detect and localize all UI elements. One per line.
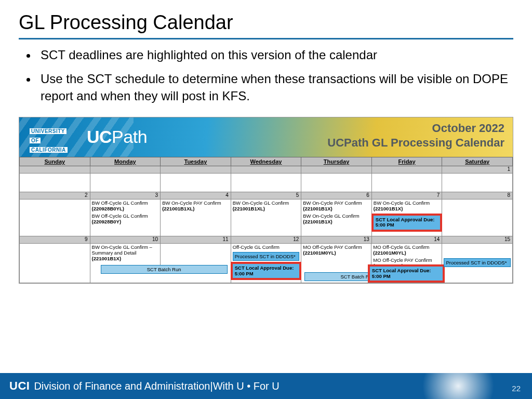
calendar-event: Off-Cycle GL Confirm [233,245,300,250]
date-number: 10 [90,236,161,244]
calendar-event: MO Off-Cycle GL Confirm (221001M0YL) [373,245,440,256]
sct-approval-due: SCT Local Approval Due: 5:00 PM [368,264,445,283]
calendar-banner: UNIVERSITY OF CALIFORNIA UCPath October … [19,117,513,157]
date-number: 1 [442,166,513,174]
calendar-event: BW On-Cycle GL Confirm (221001B1XL) [233,201,300,212]
date-number-row: 2 3 4 5 6 7 8 [20,192,513,200]
footer-tagline: With U • For U [213,380,280,392]
calendar-event: BW On-Cycle PAY Confirm (221001B1X) [303,201,370,212]
date-number-row: 1 [20,166,513,174]
date-number: 12 [231,236,301,244]
date-number: 13 [301,236,372,244]
weekday-header: Sunday [20,157,90,166]
calendar-event: BW On-Cycle GL Confirm (221001B1X) [303,214,370,225]
calendar-event: BW Off-Cycle GL Confirm (220928B0Y) [92,214,159,225]
date-number: 15 [442,236,513,244]
date-number: 11 [161,236,231,244]
date-number: 2 [20,192,90,200]
weekday-header-row: Sunday Monday Tuesday Wednesday Thursday… [20,157,513,166]
date-number: 9 [20,236,90,244]
weekday-header: Friday [371,157,442,166]
calendar-month: October 2022 [432,122,504,135]
calendar-event: MO Off-Cycle PAY Confirm (221001M0YL) [303,245,369,256]
calendar-event: BW On-Cycle GL Confirm – Summary and Det… [92,245,158,262]
weekday-header: Wednesday [231,157,301,166]
date-number: 4 [161,192,231,200]
date-number: 8 [442,192,513,200]
uc-logo-line: CALIFORNIA [30,147,68,153]
date-number [231,166,301,174]
footer-division: Division of Finance and Administration [34,380,210,392]
calendar-event: BW On-Cycle GL Confirm (221001B1X) [374,201,441,212]
weekday-header: Monday [90,157,161,166]
calendar-subtitle: UCPath GL Processing Calendar [327,136,504,150]
footer-glow [402,373,496,399]
date-number: 6 [301,192,372,200]
sct-processed-bar: Processed SCT in DDODS* [444,258,511,267]
uc-logo-line: UNIVERSITY [30,128,66,134]
bullet-list: SCT deadlines are highlighted on this ve… [0,47,532,104]
title-rule [19,38,513,39]
uci-logo-text: UCI [9,379,30,393]
weekday-header: Tuesday [161,157,231,166]
uc-logo-line: OF [30,138,41,143]
bullet-item: Use the SCT schedule to determine when t… [37,71,513,104]
bullet-item: SCT deadlines are highlighted on this ve… [37,47,513,63]
date-number-row: 9 10 11 12 13 14 15 [20,236,513,244]
date-number: 14 [371,236,442,244]
calendar-event: BW On-Cycle PAY Confirm (221001B1XL) [162,201,229,212]
uc-logo: UNIVERSITY OF CALIFORNIA [26,124,76,156]
calendar-grid: Sunday Monday Tuesday Wednesday Thursday… [19,157,513,283]
weekday-header: Thursday [301,157,372,166]
weekday-header: Saturday [442,157,513,166]
page-number: 22 [512,384,521,393]
sct-processed-bar: Processed SCT in DDODS* [233,252,300,261]
slide-title: GL Processing Calendar [0,0,532,38]
slide-footer: UCI Division of Finance and Administrati… [0,373,532,399]
week-row: BW On-Cycle GL Confirm – Summary and Det… [20,244,513,283]
sct-approval-due: SCT Local Approval Due: 5:00 PM [371,214,443,232]
ucpath-wordmark: UCPath [87,127,147,147]
sct-batch-run-bar: SCT Batch Run [101,265,228,274]
date-number [90,166,161,174]
week-row [20,174,513,192]
calendar-image: UNIVERSITY OF CALIFORNIA UCPath October … [19,117,513,284]
date-number: 7 [371,192,442,200]
date-number [161,166,231,174]
week-row: BW Off-Cycle GL Confirm (220928B0YL) BW … [20,200,513,236]
calendar-event: BW Off-Cycle GL Confirm (220928B0YL) [92,201,159,212]
date-number [371,166,442,174]
sct-approval-due: SCT Local Approval Due: 5:00 PM [231,262,302,280]
date-number [301,166,372,174]
date-number: 5 [231,192,301,200]
date-number [20,166,90,174]
date-number: 3 [90,192,161,200]
